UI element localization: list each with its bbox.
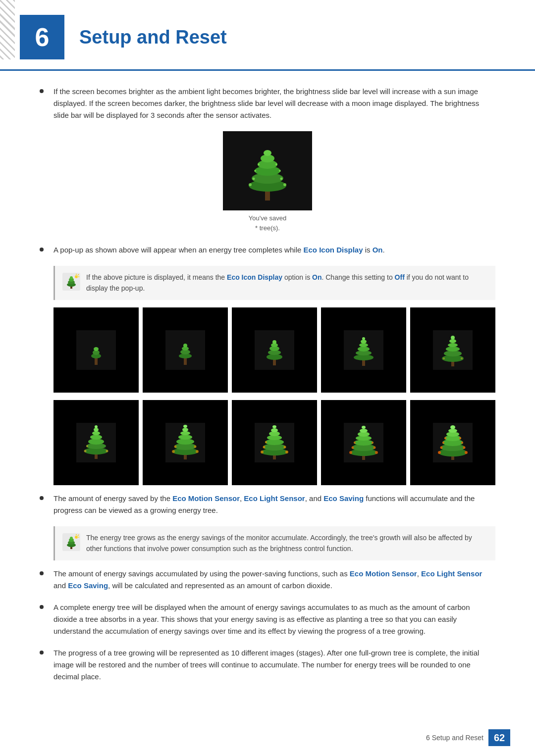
bullet3-sep2: , and bbox=[305, 494, 324, 503]
svg-point-8 bbox=[249, 183, 252, 186]
svg-point-100 bbox=[265, 441, 267, 443]
note1-mid: option is bbox=[282, 273, 312, 281]
chapter-number: 6 bbox=[20, 15, 64, 59]
svg-point-113 bbox=[374, 446, 376, 449]
svg-point-111 bbox=[375, 451, 378, 454]
tree-cell-4 bbox=[321, 307, 406, 393]
svg-point-13 bbox=[254, 170, 256, 172]
bullet3-bold1: Eco Motion Sensor bbox=[172, 494, 240, 503]
svg-point-59 bbox=[451, 336, 455, 340]
chapter-title: Setup and Reset bbox=[79, 27, 227, 48]
bullet2-end: . bbox=[383, 246, 385, 254]
svg-point-97 bbox=[285, 451, 288, 454]
svg-point-49 bbox=[359, 343, 368, 347]
tree-cell-7 bbox=[143, 400, 228, 485]
bullet-text-4: The amount of energy savings accumulated… bbox=[54, 568, 495, 592]
svg-point-94 bbox=[271, 428, 278, 432]
svg-point-58 bbox=[449, 339, 456, 343]
svg-point-108 bbox=[360, 429, 368, 433]
svg-point-36 bbox=[183, 344, 187, 348]
svg-point-115 bbox=[372, 442, 374, 444]
note-icon-svg-2 bbox=[62, 533, 80, 551]
svg-point-12 bbox=[279, 170, 281, 172]
svg-point-14 bbox=[275, 163, 277, 165]
svg-point-123 bbox=[448, 429, 457, 433]
svg-point-127 bbox=[440, 446, 443, 449]
tree-cell-10 bbox=[410, 400, 495, 485]
svg-point-9 bbox=[283, 183, 286, 186]
bullet-text-5: A complete energy tree will be displayed… bbox=[54, 602, 495, 637]
tree-grid-row2 bbox=[54, 400, 495, 485]
bullet-text-6: The progress of a tree growing will be r… bbox=[54, 647, 495, 683]
footer-page-number: 62 bbox=[488, 729, 510, 746]
tree-cell-9 bbox=[321, 400, 406, 485]
svg-point-86 bbox=[194, 445, 197, 448]
svg-point-110 bbox=[349, 451, 352, 454]
bullet2-pre: A pop-up as shown above will appear when… bbox=[54, 246, 303, 254]
bullet-6: The progress of a tree growing will be r… bbox=[40, 647, 495, 683]
bullet3-bold3: Eco Saving bbox=[323, 494, 364, 503]
bullet4-sep: , bbox=[417, 569, 421, 578]
svg-point-130 bbox=[461, 442, 463, 444]
bullet-3: The amount of energy saved by the Eco Mo… bbox=[40, 493, 495, 516]
bullet-dot-5 bbox=[40, 605, 44, 609]
svg-point-139 bbox=[75, 536, 78, 539]
bullet-5: A complete energy tree will be displayed… bbox=[40, 602, 495, 637]
chapter-header: 6 Setup and Reset bbox=[0, 0, 535, 71]
tree-cell-1 bbox=[54, 307, 139, 393]
svg-point-67 bbox=[90, 435, 102, 440]
svg-point-82 bbox=[183, 425, 187, 428]
note1-pre: If the above picture is displayed, it me… bbox=[86, 273, 227, 281]
svg-point-114 bbox=[354, 442, 356, 444]
bullet2-mid: is bbox=[363, 246, 373, 254]
svg-point-79 bbox=[178, 435, 192, 440]
svg-point-98 bbox=[263, 446, 266, 448]
bullet4-end: , will be calculated and represented as … bbox=[108, 581, 332, 590]
bullet4-bold2: Eco Light Sensor bbox=[421, 569, 482, 578]
bullet3-pre: The amount of energy saved by the bbox=[54, 494, 172, 503]
svg-point-129 bbox=[442, 442, 444, 444]
tree-grid-row1 bbox=[54, 307, 495, 393]
tree-cell-2 bbox=[143, 307, 228, 393]
svg-point-99 bbox=[284, 446, 286, 448]
svg-point-21 bbox=[70, 276, 73, 279]
tree-cell-5 bbox=[410, 307, 495, 393]
bullet4-pre: The amount of energy savings accumulated… bbox=[54, 569, 350, 578]
svg-point-69 bbox=[94, 428, 99, 432]
bullet-4: The amount of energy savings accumulated… bbox=[40, 568, 495, 592]
svg-point-131 bbox=[444, 437, 446, 439]
note-text-2: The energy tree grows as the energy savi… bbox=[86, 532, 488, 554]
bullet3-bold2: Eco Light Sensor bbox=[244, 494, 305, 503]
tree-popup-label2: * tree(s). bbox=[223, 224, 312, 232]
note1-bold1: Eco Icon Display bbox=[227, 273, 282, 281]
svg-rect-32 bbox=[184, 357, 187, 365]
bullet-dot-4 bbox=[40, 571, 44, 575]
note1-bold2: On bbox=[312, 273, 321, 281]
svg-point-56 bbox=[446, 347, 460, 352]
svg-point-96 bbox=[261, 451, 264, 454]
svg-point-70 bbox=[95, 425, 98, 428]
bullet2-bold1: Eco Icon Display bbox=[303, 246, 363, 254]
svg-point-50 bbox=[361, 340, 367, 344]
svg-point-126 bbox=[465, 451, 468, 454]
svg-point-128 bbox=[463, 446, 466, 449]
svg-rect-27 bbox=[95, 357, 98, 365]
bullet-dot-1 bbox=[40, 89, 44, 93]
tree-cell-8 bbox=[232, 400, 317, 485]
svg-point-83 bbox=[172, 450, 175, 453]
svg-point-22 bbox=[75, 275, 78, 278]
page-footer: 6 Setup and Reset 62 bbox=[426, 729, 510, 746]
tree-popup-image-area: You've saved * tree(s). bbox=[40, 131, 495, 232]
note1-bold3: Off bbox=[395, 273, 405, 281]
stripe-decoration bbox=[0, 0, 15, 59]
svg-point-61 bbox=[461, 357, 463, 359]
svg-point-10 bbox=[253, 178, 255, 180]
svg-point-60 bbox=[443, 357, 445, 359]
note-text-1: If the above picture is displayed, it me… bbox=[86, 272, 488, 294]
bullet-text-3: The amount of energy saved by the Eco Mo… bbox=[54, 493, 495, 516]
svg-point-7 bbox=[264, 150, 271, 156]
svg-point-81 bbox=[182, 428, 188, 432]
tree-cell-3 bbox=[232, 307, 317, 393]
tree-popup-img: You've saved * tree(s). bbox=[223, 131, 312, 232]
svg-point-73 bbox=[86, 445, 88, 447]
